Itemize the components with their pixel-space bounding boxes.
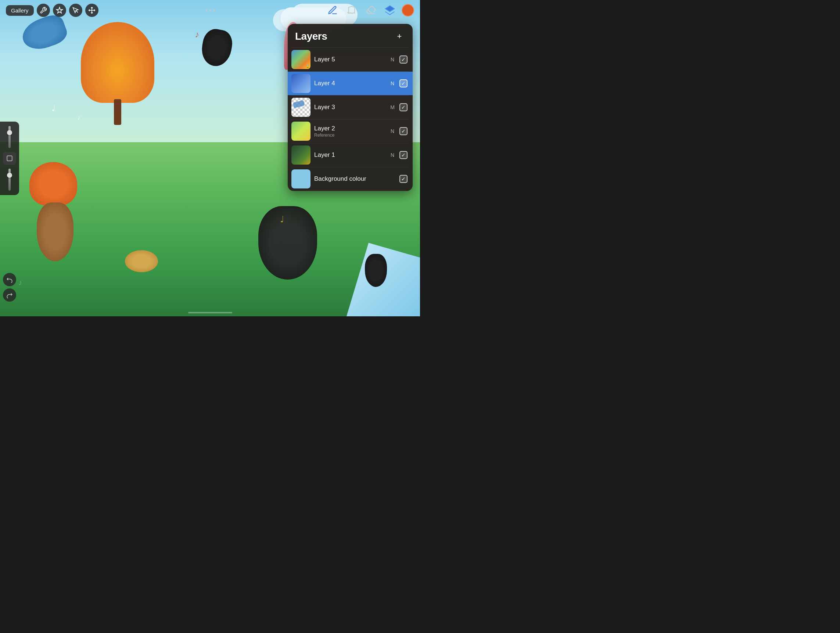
layers-tool-button[interactable] xyxy=(382,3,397,17)
svg-marker-2 xyxy=(385,6,395,12)
center-dot-2 xyxy=(209,9,211,11)
color-picker-button[interactable] xyxy=(402,4,414,17)
left-sidebar xyxy=(0,122,19,195)
layer-row-4[interactable]: Layer 4 N ✓ xyxy=(288,72,413,95)
smudge-tool-button[interactable] xyxy=(363,3,378,17)
layer1-thumbnail xyxy=(291,145,311,164)
layer1-name: Layer 1 xyxy=(314,152,385,159)
layers-panel: Layers + 🔒 Layer 5 N ✓ Layer 4 N ✓ xyxy=(288,24,413,191)
layer-row-2[interactable]: Layer 2 Reference N ✓ xyxy=(288,119,413,143)
layer4-visibility[interactable]: ✓ xyxy=(399,79,407,87)
layer5-name: Layer 5 xyxy=(314,56,385,63)
layer4-mode: N xyxy=(389,81,396,86)
music-note-5: ♪ xyxy=(18,278,22,287)
brush-tool-button[interactable] xyxy=(344,3,359,17)
size-slider[interactable] xyxy=(8,169,11,191)
layer2-info: Layer 2 Reference xyxy=(314,125,385,138)
square-tool-button[interactable] xyxy=(3,152,16,165)
music-note-2: ♪ xyxy=(77,114,81,122)
layer3-name: Layer 3 xyxy=(314,104,385,111)
toolbar-right xyxy=(325,3,414,17)
music-note-1: ♩ xyxy=(51,103,55,113)
toolbar: Gallery xyxy=(0,0,420,21)
layer4-name: Layer 4 xyxy=(314,80,385,87)
pen-tool-button[interactable] xyxy=(325,3,340,17)
bg-name: Background colour xyxy=(314,175,385,183)
layer-row-3[interactable]: Layer 3 M ✓ xyxy=(288,96,413,119)
layer1-mode: N xyxy=(389,152,396,158)
turtle xyxy=(125,250,158,272)
layer-row-1[interactable]: Layer 1 N ✓ xyxy=(288,143,413,167)
layer1-visibility[interactable]: ✓ xyxy=(399,151,407,159)
penguin xyxy=(365,254,387,287)
bottom-scroll-indicator xyxy=(188,312,232,313)
bg-info: Background colour xyxy=(314,175,385,183)
deer xyxy=(37,202,74,261)
layer2-sublabel: Reference xyxy=(314,133,385,138)
layer5-info: Layer 5 xyxy=(314,56,385,63)
layer2-name: Layer 2 xyxy=(314,125,385,132)
undo-redo-area xyxy=(3,273,16,302)
layer5-lock-icon: 🔒 xyxy=(305,64,310,68)
layer4-thumbnail xyxy=(291,74,311,93)
bg-visibility[interactable]: ✓ xyxy=(399,175,407,183)
layer-row-5[interactable]: 🔒 Layer 5 N ✓ xyxy=(288,48,413,71)
music-note-3: ♪ xyxy=(195,29,199,39)
layers-add-button[interactable]: + xyxy=(393,30,405,42)
svg-rect-3 xyxy=(7,156,12,161)
fox xyxy=(29,162,77,206)
wrench-button[interactable] xyxy=(37,4,50,17)
selection-button[interactable] xyxy=(69,4,82,17)
layer3-thumbnail xyxy=(291,98,311,117)
bg-thumbnail xyxy=(291,169,311,188)
opacity-slider[interactable] xyxy=(8,126,11,148)
layer5-mode: N xyxy=(389,57,396,62)
layer1-info: Layer 1 xyxy=(314,152,385,159)
gallery-button[interactable]: Gallery xyxy=(6,5,34,16)
undo-button[interactable] xyxy=(3,273,16,286)
center-dot-3 xyxy=(213,9,215,11)
layer4-info: Layer 4 xyxy=(314,80,385,87)
layer2-mode: N xyxy=(389,128,396,134)
layer3-info: Layer 3 xyxy=(314,104,385,111)
layers-header: Layers + xyxy=(288,24,413,47)
layer3-mode: M xyxy=(389,104,396,110)
layer5-visibility[interactable]: ✓ xyxy=(399,55,407,63)
layer-row-bg[interactable]: Background colour ✓ xyxy=(288,167,413,191)
toolbar-center xyxy=(205,9,215,11)
layer2-visibility[interactable]: ✓ xyxy=(399,127,407,135)
layer3-visibility[interactable]: ✓ xyxy=(399,103,407,111)
magic-button[interactable] xyxy=(53,4,66,17)
music-note-4: ♩ xyxy=(280,214,284,224)
layers-title: Layers xyxy=(295,30,327,42)
gorilla xyxy=(258,206,317,279)
toolbar-left: Gallery xyxy=(6,4,98,17)
layer-separator-7 xyxy=(291,191,409,191)
redo-button[interactable] xyxy=(3,288,16,302)
layer2-thumbnail xyxy=(291,122,311,141)
layer5-thumbnail: 🔒 xyxy=(291,50,311,69)
transform-button[interactable] xyxy=(85,4,98,17)
center-dot-1 xyxy=(205,9,207,11)
